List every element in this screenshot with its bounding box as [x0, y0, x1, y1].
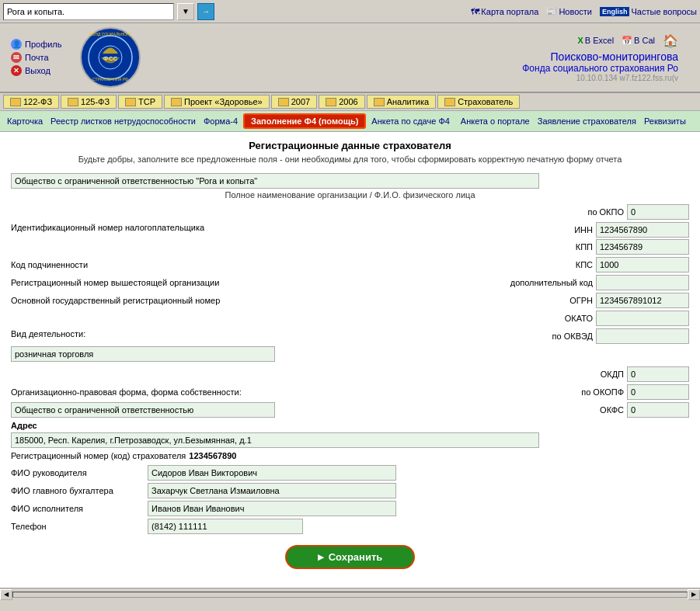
address-label: Адрес	[11, 421, 37, 430]
submenu-requisites[interactable]: Реквизиты	[642, 116, 688, 127]
tab-2007[interactable]: 2007	[271, 95, 317, 109]
map-icon: 🗺	[471, 7, 479, 16]
id-label: Идентификационный номер налогоплательщик…	[11, 223, 204, 232]
tab-health[interactable]: Проект «Здоровье»	[164, 95, 270, 109]
main-content: Регистрационные данные страхователя Будь…	[0, 132, 700, 588]
executor-label: ФИО исполнителя	[11, 504, 143, 513]
reg-num-value: 1234567890	[189, 451, 236, 460]
ogrn-row: ОГРН	[569, 293, 689, 308]
ogrn-section: Основной государственный регистрационный…	[11, 293, 689, 308]
org-name-input[interactable]	[11, 173, 539, 189]
tab-125fz[interactable]: 125-ФЗ	[61, 95, 117, 109]
phone-input[interactable]	[148, 519, 303, 534]
home-button[interactable]: 🏠	[663, 33, 678, 48]
submenu-form4[interactable]: Форма-4	[201, 116, 240, 127]
sub-code-label: Код подчиненности	[11, 260, 88, 269]
search-arrow-button[interactable]: →	[197, 3, 214, 20]
kpp-row: КПП	[576, 239, 689, 255]
executor-input[interactable]	[148, 501, 396, 516]
faq-link[interactable]: English Частые вопросы	[600, 7, 697, 16]
okved-input[interactable]	[596, 328, 689, 344]
kps-row: КПС	[576, 257, 689, 273]
top-bar: ▼ → 🗺 Карта портала 📰 Новости English Ча…	[0, 0, 700, 23]
header-title1: Поисково-мониторингова	[154, 50, 679, 63]
folder-icon	[125, 98, 136, 106]
inn-label-area: Идентификационный номер налогоплательщик…	[11, 222, 574, 233]
submenu-card[interactable]: Карточка	[5, 116, 45, 127]
okato-input[interactable]	[596, 311, 689, 326]
reg-num-label: Регистрационный номер (код) страхователя	[11, 451, 186, 460]
inn-input[interactable]	[596, 222, 689, 238]
okfs-label: ОКФС	[600, 405, 624, 415]
page-title: Регистрационные данные страхователя	[11, 140, 689, 151]
header-title2: Фонда социального страхования Ро	[154, 63, 679, 74]
logo-area: ФСС ФОНД СОЦИАЛЬНОГО СТРАХОВАНИЯ РФ	[71, 26, 149, 89]
portal-map-link[interactable]: 🗺 Карта портала	[471, 7, 538, 16]
scroll-track	[12, 592, 688, 598]
submenu-fill-f4[interactable]: Заполнение Ф4 (помощь)	[243, 113, 366, 129]
news-link[interactable]: 📰 Новости	[546, 6, 592, 16]
okdp-label: ОКДП	[601, 370, 624, 379]
org-name-row	[11, 173, 689, 189]
activity-input-row	[11, 346, 689, 362]
scrollbar-horizontal[interactable]: ◀ ▶	[0, 588, 700, 600]
tab-insurer[interactable]: Страхователь	[437, 95, 520, 109]
address-input[interactable]	[11, 432, 539, 448]
submenu-portal-questionnaire[interactable]: Анкета о портале	[458, 116, 532, 127]
tab-analytics[interactable]: Аналитика	[367, 95, 436, 109]
header-area: 👤 Профиль ✉ Почта ✕ Выход ФСС ФОНД СОЦИА…	[0, 23, 700, 92]
search-go-button[interactable]: ▼	[177, 3, 194, 20]
okopf-label: по ОКОПФ	[581, 387, 624, 397]
okato-label: ОКАТО	[565, 314, 593, 323]
okfs-input[interactable]	[627, 402, 689, 418]
legal-form-label: Организационно-правовая форма, форма соб…	[11, 387, 242, 397]
folder-icon	[444, 98, 455, 106]
director-input[interactable]	[148, 465, 396, 481]
accountant-label: ФИО главного бухгалтера	[11, 486, 143, 495]
inn-label: ИНН	[574, 225, 593, 234]
cal-button[interactable]: 📅 В Cal	[622, 36, 655, 46]
tab-tcp[interactable]: TCP	[118, 95, 162, 109]
mail-link[interactable]: ✉ Почта	[11, 51, 62, 64]
kps-input[interactable]	[596, 257, 689, 273]
additional-code-input[interactable]	[596, 275, 689, 290]
ogrn-input[interactable]	[596, 293, 689, 308]
submenu-questionnaire-f4[interactable]: Анкета по сдаче Ф4	[369, 116, 452, 127]
okopf-input[interactable]	[627, 384, 689, 400]
exit-link[interactable]: ✕ Выход	[11, 64, 62, 77]
submenu-insurer-declaration[interactable]: Заявление страхователя	[535, 116, 639, 127]
accountant-row: ФИО главного бухгалтера	[11, 483, 689, 498]
legal-form-input[interactable]	[11, 402, 275, 418]
scroll-left-button[interactable]: ◀	[0, 589, 12, 600]
profile-icon: 👤	[11, 39, 22, 50]
inn-row: ИНН	[574, 222, 689, 238]
sidebar-links: 👤 Профиль ✉ Почта ✕ Выход	[6, 36, 67, 78]
save-area: Сохранить	[11, 545, 689, 569]
tab-122fz[interactable]: 122-ФЗ	[3, 95, 59, 109]
mail-icon: ✉	[11, 52, 22, 63]
okdp-input[interactable]	[627, 366, 689, 382]
search-input[interactable]	[3, 3, 174, 20]
tab-2006[interactable]: 2006	[319, 95, 364, 109]
top-bar-left: ▼ →	[3, 3, 214, 20]
folder-icon	[326, 98, 336, 106]
kpp-input[interactable]	[596, 239, 689, 255]
nav-tabs: 122-ФЗ 125-ФЗ TCP Проект «Здоровье» 2007…	[0, 92, 700, 110]
inn-section: Идентификационный номер налогоплательщик…	[11, 222, 689, 255]
news-icon: 📰	[546, 6, 557, 16]
excel-button[interactable]: X В Excel	[577, 36, 614, 45]
activity-input[interactable]	[11, 346, 275, 362]
svg-text:СТРАХОВАНИЯ РФ: СТРАХОВАНИЯ РФ	[92, 77, 128, 82]
submenu-registry[interactable]: Реестр листков нетрудоспособности	[48, 116, 198, 127]
okpo-input[interactable]	[627, 204, 689, 220]
scroll-right-button[interactable]: ▶	[688, 589, 700, 600]
logo-svg: ФСС ФОНД СОЦИАЛЬНОГО СТРАХОВАНИЯ РФ	[79, 26, 141, 89]
accountant-input[interactable]	[148, 483, 396, 498]
reg-parent-section: Регистрационный номер вышестоящей органи…	[11, 275, 689, 290]
profile-link[interactable]: 👤 Профиль	[11, 38, 62, 50]
folder-icon	[278, 98, 289, 106]
activity-label: Вид деятельности:	[11, 329, 85, 338]
okpo-label: по ОКПО	[587, 207, 624, 217]
server-info: 10.10.0.134 w7.fz122.fss.ru(v	[154, 74, 679, 82]
save-button[interactable]: Сохранить	[285, 545, 416, 569]
